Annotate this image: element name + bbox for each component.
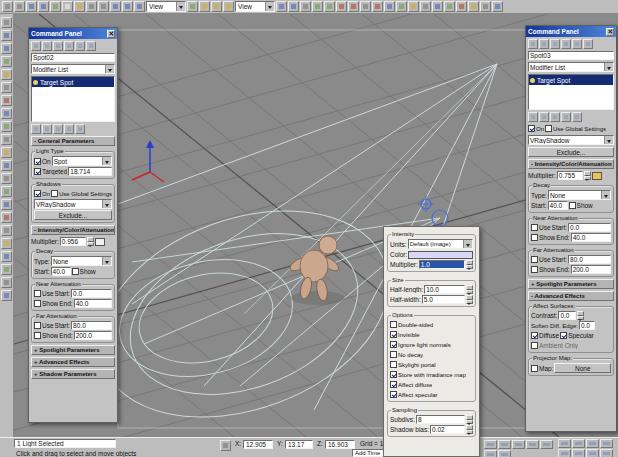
undo-icon[interactable] bbox=[2, 1, 13, 12]
select-object-icon[interactable] bbox=[62, 1, 73, 12]
select-and-scale-icon[interactable] bbox=[134, 1, 145, 12]
zoom-extents-all-icon[interactable] bbox=[600, 439, 613, 448]
double-sided-checkbox[interactable] bbox=[390, 321, 397, 328]
projector-map-checkbox[interactable] bbox=[531, 365, 538, 372]
diffuse-checkbox[interactable] bbox=[531, 332, 538, 339]
far-use-checkbox[interactable] bbox=[531, 256, 538, 263]
specular-checkbox[interactable] bbox=[560, 332, 567, 339]
near-start-field[interactable]: 0.0 bbox=[71, 289, 112, 298]
object-name-field[interactable]: Spot03 bbox=[528, 51, 614, 60]
exclude-button[interactable]: Exclude... bbox=[528, 147, 614, 157]
x-coordinate-field[interactable]: 12.905 bbox=[243, 440, 273, 449]
targeted-checkbox[interactable] bbox=[34, 168, 41, 175]
transform-type-in-lock-icon[interactable] bbox=[220, 440, 231, 451]
color-swatch[interactable] bbox=[408, 251, 473, 259]
shadow-bias-field[interactable]: 0.02 bbox=[430, 425, 465, 434]
invisible-checkbox[interactable] bbox=[390, 331, 397, 338]
left-toolbar-icon[interactable] bbox=[1, 43, 12, 54]
rollout-intensity[interactable]: - Intensity/Color/Attenuation bbox=[31, 225, 115, 235]
rollout-spotlight-parameters[interactable]: + Spotlight Parameters bbox=[528, 279, 614, 289]
decay-show-checkbox[interactable] bbox=[569, 202, 576, 209]
render-scene-icon[interactable] bbox=[348, 1, 359, 12]
close-icon[interactable] bbox=[606, 28, 614, 36]
decay-start-field[interactable]: 40.0 bbox=[548, 201, 568, 210]
make-unique-icon[interactable] bbox=[53, 124, 63, 134]
light-type-dropdown[interactable]: Spot bbox=[52, 156, 112, 166]
far-start-field[interactable]: 80.0 bbox=[568, 255, 611, 264]
time-configuration-icon[interactable] bbox=[498, 450, 511, 457]
use-global-checkbox[interactable] bbox=[51, 190, 58, 197]
left-toolbar-icon[interactable] bbox=[1, 160, 12, 171]
pin-stack-icon[interactable] bbox=[528, 112, 538, 122]
material-editor-icon[interactable] bbox=[336, 1, 347, 12]
select-and-rotate-icon[interactable] bbox=[122, 1, 133, 12]
object-name-field[interactable]: Spot02 bbox=[31, 53, 115, 62]
display-tab-icon[interactable] bbox=[572, 39, 582, 49]
window-crossing-icon[interactable] bbox=[98, 1, 109, 12]
modify-tab-icon[interactable] bbox=[539, 39, 549, 49]
left-toolbar-icon[interactable] bbox=[1, 186, 12, 197]
units-dropdown[interactable]: Default (image) bbox=[408, 239, 473, 249]
left-toolbar-icon[interactable] bbox=[1, 95, 12, 106]
rollout-advanced-effects[interactable]: - Advanced Effects bbox=[528, 291, 614, 301]
schematic-view-icon[interactable] bbox=[324, 1, 335, 12]
pin-stack-icon[interactable] bbox=[31, 124, 41, 134]
hierarchy-tab-icon[interactable] bbox=[53, 41, 63, 51]
affect-diffuse-checkbox[interactable] bbox=[390, 381, 397, 388]
modifier-list-dropdown[interactable]: Modifier List bbox=[31, 64, 115, 74]
multiplier-field[interactable]: 0.755 bbox=[557, 171, 583, 180]
modifier-stack[interactable]: Target Spot bbox=[31, 76, 115, 122]
projector-map-button[interactable]: None bbox=[554, 363, 611, 373]
left-toolbar-icon[interactable] bbox=[1, 173, 12, 184]
left-toolbar-icon[interactable] bbox=[1, 251, 12, 262]
panel-title-bar[interactable]: Command Panel bbox=[29, 28, 117, 39]
unlink-selection-icon[interactable] bbox=[38, 1, 49, 12]
toolbar-extra-icon[interactable] bbox=[468, 1, 479, 12]
show-end-result-icon[interactable] bbox=[42, 124, 52, 134]
left-toolbar-icon[interactable] bbox=[1, 199, 12, 210]
rollout-general-parameters[interactable]: - General Parameters bbox=[31, 136, 115, 146]
remove-modifier-icon[interactable] bbox=[64, 124, 74, 134]
fov-icon[interactable] bbox=[558, 449, 571, 457]
motion-tab-icon[interactable] bbox=[561, 39, 571, 49]
remove-modifier-icon[interactable] bbox=[561, 112, 571, 122]
multiplier-spinner[interactable] bbox=[466, 260, 473, 269]
left-toolbar-icon[interactable] bbox=[1, 147, 12, 158]
half-length-field[interactable]: 10.0 bbox=[424, 285, 465, 294]
display-tab-icon[interactable] bbox=[75, 41, 85, 51]
left-toolbar-icon[interactable] bbox=[1, 212, 12, 223]
multiplier-spinner[interactable] bbox=[87, 237, 94, 246]
far-start-field[interactable]: 80.0 bbox=[71, 321, 112, 330]
select-by-name-icon[interactable] bbox=[74, 1, 85, 12]
rollout-intensity[interactable]: - Intensity/Color/Attenuation bbox=[528, 159, 614, 169]
bind-to-space-warp-icon[interactable] bbox=[50, 1, 61, 12]
decay-start-field[interactable]: 40.0 bbox=[51, 267, 71, 276]
previous-frame-icon[interactable] bbox=[498, 440, 511, 449]
orbit-icon[interactable] bbox=[586, 449, 599, 457]
modifier-stack[interactable]: Target Spot bbox=[528, 74, 614, 110]
create-tab-icon[interactable] bbox=[528, 39, 538, 49]
no-decay-checkbox[interactable] bbox=[390, 351, 397, 358]
multiplier-field[interactable]: 1.0 bbox=[419, 260, 465, 269]
zoom-all-icon[interactable] bbox=[572, 439, 585, 448]
layer-manager-icon[interactable] bbox=[300, 1, 311, 12]
near-start-field[interactable]: 0.0 bbox=[568, 223, 611, 232]
toolbar-extra-icon[interactable] bbox=[444, 1, 455, 12]
motion-tab-icon[interactable] bbox=[64, 41, 74, 51]
hierarchy-tab-icon[interactable] bbox=[550, 39, 560, 49]
curve-editor-icon[interactable] bbox=[312, 1, 323, 12]
go-to-start-icon[interactable] bbox=[484, 440, 497, 449]
show-end-result-icon[interactable] bbox=[539, 112, 549, 122]
utilities-tab-icon[interactable] bbox=[583, 39, 593, 49]
select-and-move-icon[interactable] bbox=[110, 1, 121, 12]
toolbar-extra-icon[interactable] bbox=[492, 1, 503, 12]
ignore-light-normals-checkbox[interactable] bbox=[390, 341, 397, 348]
left-toolbar-icon[interactable] bbox=[1, 238, 12, 249]
play-icon[interactable] bbox=[512, 440, 525, 449]
ambient-only-checkbox[interactable] bbox=[531, 342, 538, 349]
modifier-list-dropdown[interactable]: Modifier List bbox=[528, 62, 614, 72]
left-toolbar-icon[interactable] bbox=[1, 225, 12, 236]
light-color-swatch[interactable] bbox=[95, 238, 105, 246]
left-toolbar-icon[interactable] bbox=[1, 277, 12, 288]
half-width-field[interactable]: 5.0 bbox=[422, 295, 465, 304]
